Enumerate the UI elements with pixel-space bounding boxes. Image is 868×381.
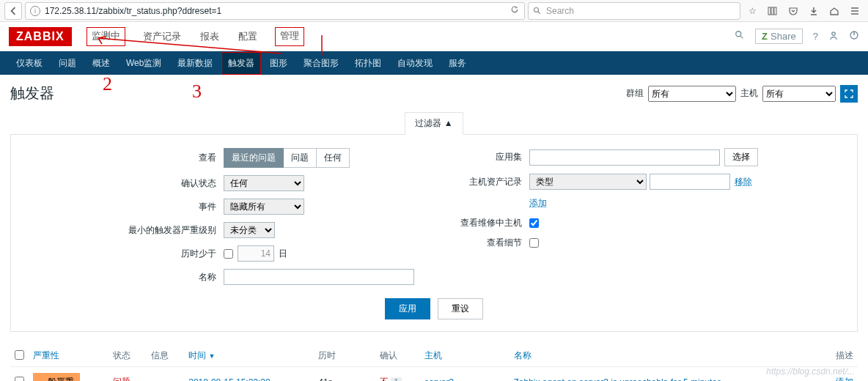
col-status: 状态 [108, 345, 147, 367]
col-info: 信息 [147, 345, 185, 367]
ack-link[interactable]: 不 [380, 377, 389, 381]
reset-button[interactable]: 重设 [438, 298, 483, 319]
search-icon [533, 7, 542, 15]
col-host[interactable]: 主机 [420, 345, 509, 367]
ack-select[interactable]: 任何 [224, 175, 304, 191]
svg-line-1 [538, 11, 540, 13]
view-recent[interactable]: 最近的问题 [224, 148, 284, 168]
logo[interactable]: ZABBIX [9, 27, 72, 46]
view-toggle: 最近的问题 问题 任何 [224, 148, 350, 168]
sub-nav: 仪表板 问题 概述 Web监测 最新数据 触发器 图形 聚合图形 拓扑图 自动发… [0, 51, 868, 75]
search-placeholder: Search [546, 6, 574, 16]
age-input[interactable] [238, 245, 274, 262]
app-select-button[interactable]: 选择 [724, 148, 758, 166]
svg-point-0 [534, 7, 539, 12]
subnav-services[interactable]: 服务 [441, 51, 474, 75]
maint-label: 查看维修中主机 [434, 217, 529, 229]
search-icon[interactable] [735, 30, 745, 42]
event-select[interactable]: 隐藏所有 [224, 199, 304, 215]
page-header: 触发器 群组 所有 主机 所有 [0, 75, 868, 108]
group-label: 群组 [626, 87, 644, 100]
col-ack: 确认 [375, 345, 421, 367]
svg-line-6 [740, 36, 743, 39]
help-icon[interactable]: ? [813, 31, 818, 42]
subnav-graphs[interactable]: 图形 [262, 51, 295, 75]
main-menu: 监测中 资产记录 报表 配置 管理 [87, 27, 721, 46]
name-label: 名称 [11, 271, 224, 284]
host-label: 主机 [740, 87, 758, 100]
browser-search[interactable]: Search [528, 2, 740, 20]
maint-checkbox[interactable] [529, 218, 539, 228]
trigger-name-link[interactable]: Zabbix agent on server3 is unreachable f… [514, 377, 722, 382]
details-checkbox[interactable] [529, 238, 539, 248]
menu-reports[interactable]: 报表 [199, 27, 221, 46]
user-icon[interactable] [828, 30, 839, 42]
ack-count: 1 [391, 377, 402, 381]
host-link[interactable]: server3 [424, 377, 454, 382]
download-icon[interactable] [805, 4, 823, 18]
menu-icon[interactable] [846, 4, 864, 18]
age-label: 历时少于 [11, 248, 224, 260]
col-severity[interactable]: 严重性 [29, 345, 108, 367]
back-button[interactable] [4, 2, 22, 20]
browser-toolbar: i 172.25.38.11/zabbix/tr_status.php?ddre… [0, 0, 868, 22]
logout-icon[interactable] [849, 30, 859, 42]
star-icon[interactable]: ☆ [743, 4, 761, 18]
subnav-overview[interactable]: 概述 [85, 51, 117, 75]
subnav-triggers[interactable]: 触发器 [221, 52, 261, 75]
triggers-table: 严重性 状态 信息 时间 ▼ 历时 确认 主机 名称 描述 一般严重 问题 20… [10, 345, 858, 381]
apply-button[interactable]: 应用 [385, 298, 430, 319]
view-problems[interactable]: 问题 [284, 148, 317, 168]
menu-inventory[interactable]: 资产记录 [141, 27, 183, 46]
library-icon[interactable] [764, 4, 781, 18]
inv-type-select[interactable]: 类型 [529, 174, 647, 190]
col-name[interactable]: 名称 [510, 345, 820, 367]
col-time[interactable]: 时间 ▼ [184, 345, 314, 367]
details-label: 查看细节 [434, 237, 529, 249]
subnav-problems[interactable]: 问题 [51, 51, 84, 75]
host-select[interactable]: 所有 [762, 86, 836, 102]
view-any[interactable]: 任何 [317, 148, 350, 168]
subnav-discovery[interactable]: 自动发现 [390, 51, 440, 75]
url-text: 172.25.38.11/zabbix/tr_status.php?ddrese… [45, 6, 221, 16]
subnav-web[interactable]: Web监测 [119, 51, 169, 75]
subnav-maps[interactable]: 拓扑图 [347, 51, 389, 75]
inv-value-input[interactable] [650, 174, 730, 190]
row-checkbox[interactable] [15, 377, 24, 382]
table-row: 一般严重 问题 2018-08-15 15:23:30 41s 不 1 serv… [10, 367, 858, 382]
min-sev-select[interactable]: 未分类 [224, 222, 275, 238]
select-all-checkbox[interactable] [15, 350, 24, 360]
svg-rect-4 [774, 7, 776, 15]
menu-monitoring[interactable]: 监测中 [87, 27, 125, 46]
menu-config[interactable]: 配置 [237, 27, 259, 46]
col-desc: 描述 [820, 345, 858, 367]
age-checkbox[interactable] [224, 249, 233, 259]
inv-add-link[interactable]: 添加 [529, 197, 547, 210]
share-button[interactable]: ZShare [755, 29, 803, 44]
subnav-screens[interactable]: 聚合图形 [296, 51, 346, 75]
subnav-dashboard[interactable]: 仪表板 [9, 51, 50, 75]
app-input[interactable] [529, 149, 720, 166]
svg-point-5 [736, 32, 741, 37]
page-title: 触发器 [10, 84, 626, 103]
subnav-latest[interactable]: 最新数据 [170, 51, 220, 75]
menu-admin[interactable]: 管理 [275, 27, 304, 46]
filter-tab[interactable]: 过滤器 ▲ [405, 112, 463, 135]
fullscreen-button[interactable] [840, 85, 858, 103]
filter-section: 过滤器 ▲ 查看 最近的问题 问题 任何 确认状态 任何 事件 [10, 112, 858, 332]
group-select[interactable]: 所有 [648, 86, 736, 102]
add-desc-link[interactable]: 添加 [836, 377, 853, 381]
name-input[interactable] [224, 269, 414, 285]
event-label: 事件 [11, 201, 224, 213]
view-label: 查看 [11, 152, 224, 164]
status-text: 问题 [113, 377, 130, 381]
info-icon: i [30, 6, 40, 16]
age-unit: 日 [279, 248, 287, 260]
home-icon[interactable] [825, 4, 843, 18]
inv-remove-link[interactable]: 移除 [735, 176, 752, 188]
url-bar[interactable]: i 172.25.38.11/zabbix/tr_status.php?ddre… [25, 2, 525, 20]
svg-rect-3 [771, 7, 773, 15]
reload-icon[interactable] [510, 4, 520, 17]
time-link[interactable]: 2018-08-15 15:23:30 [188, 377, 270, 382]
pocket-icon[interactable] [784, 4, 802, 18]
